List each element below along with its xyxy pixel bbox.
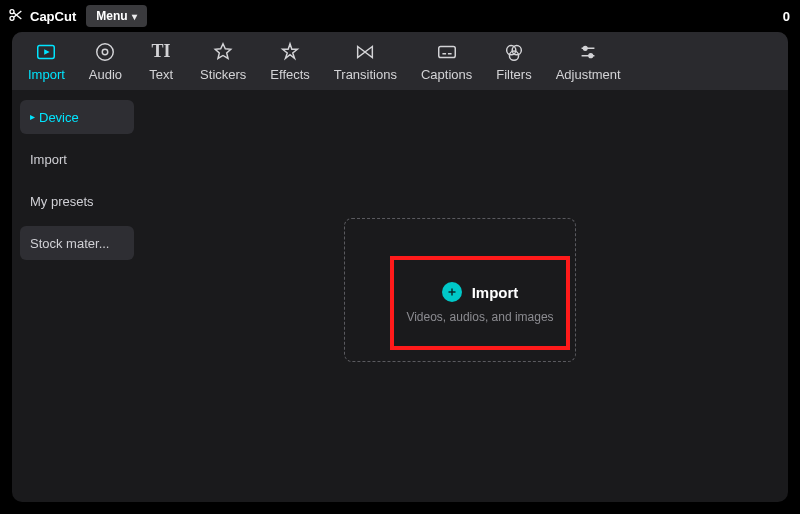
main-area: Import Videos, audios, and images [142, 90, 788, 502]
editor-panel: Import Audio TI Text Stickers [12, 32, 788, 502]
sidebar-item-label: My presets [30, 194, 94, 209]
tab-label: Stickers [200, 67, 246, 82]
tab-filters[interactable]: Filters [484, 32, 543, 90]
svg-point-20 [589, 53, 593, 57]
svg-marker-10 [365, 46, 372, 57]
svg-point-16 [509, 51, 518, 60]
sidebar-item-label: Import [30, 152, 67, 167]
svg-marker-8 [215, 43, 231, 58]
sidebar-item-my-presets[interactable]: My presets [20, 184, 134, 218]
panel-body: Device Import My presets Stock mater... [12, 90, 788, 502]
tab-label: Transitions [334, 67, 397, 82]
titlebar-right-text: 0 [783, 9, 792, 24]
effects-icon [279, 41, 301, 63]
adjustment-icon [577, 41, 599, 63]
svg-point-6 [97, 43, 114, 60]
app-name: CapCut [30, 9, 76, 24]
import-button[interactable]: Import [442, 282, 519, 302]
app-logo: CapCut [8, 7, 76, 26]
import-button-label: Import [472, 284, 519, 301]
title-bar: CapCut Menu ▾ 0 [0, 0, 800, 32]
stickers-icon [212, 41, 234, 63]
audio-icon [94, 41, 116, 63]
scissors-icon [8, 7, 24, 26]
tab-label: Audio [89, 67, 122, 82]
sidebar-item-stock-materials[interactable]: Stock mater... [20, 226, 134, 260]
tab-transitions[interactable]: Transitions [322, 32, 409, 90]
sidebar: Device Import My presets Stock mater... [12, 90, 142, 502]
tutorial-highlight: Import Videos, audios, and images [390, 256, 570, 350]
tab-label: Captions [421, 67, 472, 82]
sidebar-item-import[interactable]: Import [20, 142, 134, 176]
menu-button-label: Menu [96, 9, 127, 23]
tab-adjustment[interactable]: Adjustment [544, 32, 633, 90]
tab-stickers[interactable]: Stickers [188, 32, 258, 90]
captions-icon [436, 41, 458, 63]
transitions-icon [354, 41, 376, 63]
tab-label: Text [149, 67, 173, 82]
text-icon: TI [150, 41, 172, 63]
menu-button[interactable]: Menu ▾ [86, 5, 146, 27]
svg-rect-11 [438, 46, 455, 57]
tab-label: Filters [496, 67, 531, 82]
filters-icon [503, 41, 525, 63]
svg-marker-5 [45, 49, 51, 55]
svg-point-15 [512, 45, 521, 54]
sidebar-item-label: Device [39, 110, 79, 125]
tab-text[interactable]: TI Text [134, 32, 188, 90]
app-root: CapCut Menu ▾ 0 Import Audio TI [0, 0, 800, 514]
svg-point-18 [584, 46, 588, 50]
tab-audio[interactable]: Audio [77, 32, 134, 90]
top-toolbar: Import Audio TI Text Stickers [12, 32, 788, 90]
tab-effects[interactable]: Effects [258, 32, 322, 90]
tab-label: Adjustment [556, 67, 621, 82]
chevron-down-icon: ▾ [132, 11, 137, 22]
tab-captions[interactable]: Captions [409, 32, 484, 90]
tab-label: Import [28, 67, 65, 82]
tab-label: Effects [270, 67, 310, 82]
sidebar-item-label: Stock mater... [30, 236, 109, 251]
import-icon [35, 41, 57, 63]
import-subtitle: Videos, audios, and images [406, 310, 553, 324]
plus-icon [442, 282, 462, 302]
tab-import[interactable]: Import [16, 32, 77, 90]
svg-point-7 [103, 49, 109, 55]
sidebar-item-device[interactable]: Device [20, 100, 134, 134]
